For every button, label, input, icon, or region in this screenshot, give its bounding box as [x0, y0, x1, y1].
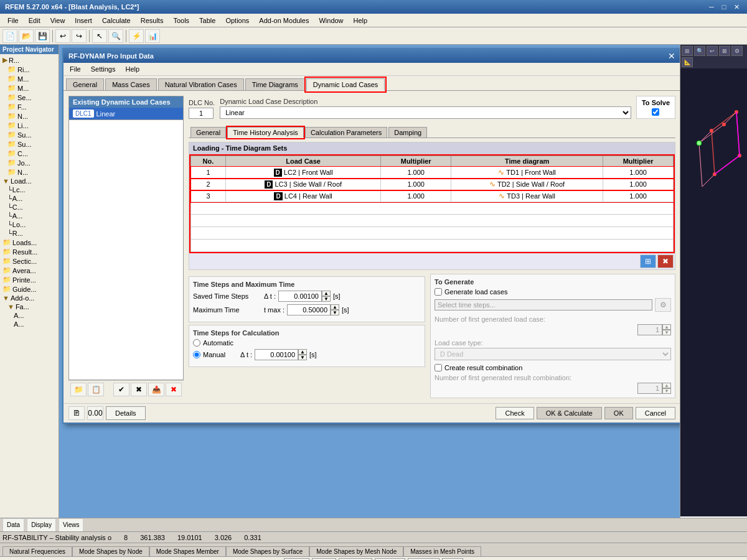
inner-tab-calc-params[interactable]: Calculation Parameters: [305, 127, 387, 138]
tab-natural-vibration[interactable]: Natural Vibration Cases: [158, 78, 244, 90]
tmax-input[interactable]: [287, 304, 331, 315]
tab-masses-mesh[interactable]: Masses in Mesh Points: [403, 546, 481, 556]
nav-item-load[interactable]: ▼Load...: [1, 177, 57, 185]
menu-table[interactable]: Table: [194, 16, 220, 26]
menu-file[interactable]: File: [2, 16, 24, 26]
new-btn[interactable]: 🖹: [68, 406, 85, 420]
nav-item-lc2[interactable]: └Lo...: [1, 220, 57, 229]
nav-item-avera[interactable]: 📁Avera...: [1, 266, 57, 275]
details-btn-icon[interactable]: 0.00: [87, 406, 103, 420]
menu-insert[interactable]: Insert: [70, 16, 97, 26]
dialog-menu-file[interactable]: File: [66, 64, 85, 74]
nav-item-fa[interactable]: ▼Fa...: [1, 302, 57, 311]
dialog-menu-settings[interactable]: Settings: [87, 64, 120, 74]
nav-item-a2[interactable]: └A...: [1, 212, 57, 220]
maximize-button[interactable]: □: [718, 2, 730, 12]
calc-dt-up[interactable]: ▲: [298, 349, 307, 355]
nav-item-a[interactable]: └A...: [1, 194, 57, 203]
vp-btn-3[interactable]: ↩: [707, 46, 718, 56]
menu-help[interactable]: Help: [349, 16, 373, 26]
toolbar-open[interactable]: 📂: [19, 29, 34, 43]
views-btn[interactable]: Views: [59, 518, 84, 532]
nav-item-se[interactable]: 📁Se...: [1, 93, 57, 102]
dlc-item-1[interactable]: DLC1 Linear: [69, 108, 183, 119]
dlc-no-input[interactable]: [189, 108, 214, 119]
toolbar-select[interactable]: ↖: [92, 29, 107, 43]
table-row[interactable]: 1 D LC2 | Front Wall 1.000 ∿ TD1 | Front…: [191, 167, 674, 179]
menu-results[interactable]: Results: [136, 16, 169, 26]
create-result-checkbox[interactable]: [435, 364, 442, 371]
nav-item-n2[interactable]: 📁N...: [1, 167, 57, 177]
nav-item-su[interactable]: 📁Su...: [1, 130, 57, 139]
automatic-radio[interactable]: [193, 339, 200, 347]
nav-item-guide[interactable]: 📁Guide...: [1, 284, 57, 294]
nav-item-fe[interactable]: 📁F...: [1, 102, 57, 111]
nav-item-fa-sub1[interactable]: A...: [1, 311, 57, 320]
add-left-btn[interactable]: 📁: [70, 383, 87, 396]
dialog-menu-help[interactable]: Help: [121, 64, 143, 74]
nav-item-fa-sub2[interactable]: A...: [1, 320, 57, 329]
tab-time-diagrams[interactable]: Time Diagrams: [245, 78, 305, 90]
dt-up[interactable]: ▲: [322, 291, 331, 296]
tab-natural-frequencies[interactable]: Natural Frequencies: [2, 546, 72, 556]
nav-item-r1[interactable]: ▶R...: [1, 55, 57, 65]
nav-item-li[interactable]: 📁Li...: [1, 121, 57, 130]
menu-window[interactable]: Window: [314, 16, 348, 26]
export-left-btn[interactable]: 📤: [148, 383, 164, 396]
toolbar-save[interactable]: 💾: [35, 29, 50, 43]
inner-tab-damping[interactable]: Damping: [388, 127, 427, 138]
tab-mode-shapes-surface[interactable]: Mode Shapes by Surface: [226, 546, 309, 556]
nav-item-result[interactable]: 📁Result...: [1, 247, 57, 256]
minimize-button[interactable]: ─: [706, 2, 717, 12]
details-btn[interactable]: Details: [106, 406, 146, 420]
menu-tools[interactable]: Tools: [168, 16, 194, 26]
vp-btn-6[interactable]: 📐: [682, 57, 693, 67]
dt-input[interactable]: [278, 291, 322, 302]
nav-item-c2[interactable]: └C...: [1, 203, 57, 212]
nav-item-su2[interactable]: 📁Su...: [1, 139, 57, 149]
tmax-down[interactable]: ▼: [331, 310, 339, 315]
menu-options[interactable]: Options: [220, 16, 254, 26]
check-btn[interactable]: Check: [496, 407, 533, 419]
generate-load-cases-checkbox[interactable]: [435, 288, 442, 296]
ok-calculate-btn[interactable]: OK & Calculate: [537, 407, 602, 419]
nav-item-printe[interactable]: 📁Printe...: [1, 275, 57, 284]
cancel-btn[interactable]: Cancel: [636, 407, 675, 419]
nav-item-n[interactable]: 📁N...: [1, 111, 57, 121]
tmax-up[interactable]: ▲: [331, 304, 339, 310]
tab-dynamic-load-cases[interactable]: Dynamic Load Cases: [306, 78, 385, 91]
nav-item-lc[interactable]: └Lc...: [1, 185, 57, 194]
toolbar-calc[interactable]: ⚡: [129, 29, 144, 43]
dialog-close-button[interactable]: ✕: [668, 51, 675, 61]
nav-item-sectic[interactable]: 📁Sectic...: [1, 256, 57, 266]
tab-general[interactable]: General: [66, 78, 104, 90]
vp-btn-5[interactable]: ⚙: [731, 46, 743, 56]
toolbar-undo[interactable]: ↩: [55, 29, 70, 43]
data-btn[interactable]: Data: [2, 518, 24, 532]
nav-item-addon[interactable]: ▼Add-o...: [1, 294, 57, 302]
table-delete-btn[interactable]: ✖: [657, 254, 674, 268]
menu-addon[interactable]: Add-on Modules: [254, 16, 314, 26]
app-close-button[interactable]: ✕: [731, 2, 742, 12]
vp-btn-4[interactable]: ⊠: [719, 46, 730, 56]
display-btn[interactable]: Display: [27, 518, 56, 532]
tab-mass-cases[interactable]: Mass Cases: [105, 78, 157, 90]
accept-left-btn[interactable]: ✔: [113, 383, 129, 396]
inner-tab-general[interactable]: General: [190, 127, 226, 138]
nav-item-jo[interactable]: 📁Jo...: [1, 158, 57, 167]
table-row[interactable]: 2 D LC3 | Side Wall / Roof 1.000 ∿ TD2 |…: [191, 179, 674, 190]
table-row[interactable]: 3 D LC4 | Rear Wall 1.000 ∿ TD3 | Rear W…: [191, 190, 674, 202]
tab-mode-shapes-node[interactable]: Mode Shapes by Node: [72, 546, 149, 556]
toolbar-zoom[interactable]: 🔍: [108, 29, 123, 43]
nav-item-re[interactable]: └R...: [1, 229, 57, 238]
vp-btn-1[interactable]: ⊞: [682, 46, 693, 56]
inner-tab-time-history[interactable]: Time History Analysis: [227, 127, 304, 138]
nav-item-m2[interactable]: 📁M...: [1, 83, 57, 93]
manual-radio[interactable]: [193, 351, 200, 358]
copy-left-btn[interactable]: 📋: [88, 383, 104, 396]
close-left-btn[interactable]: ✖: [166, 383, 182, 396]
tab-mode-shapes-mesh[interactable]: Mode Shapes by Mesh Node: [309, 546, 403, 556]
vp-btn-2[interactable]: 🔍: [694, 46, 705, 56]
calc-dt-input[interactable]: [255, 349, 298, 360]
calc-dt-down[interactable]: ▼: [298, 355, 307, 360]
